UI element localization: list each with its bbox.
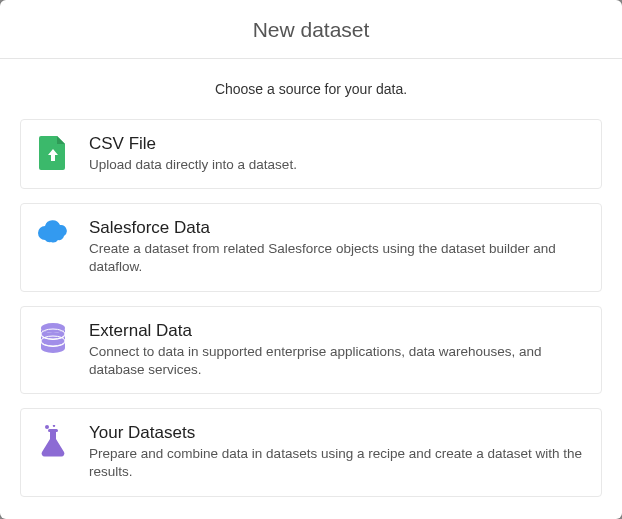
option-text: External Data Connect to data in support… xyxy=(89,321,585,379)
file-upload-icon xyxy=(35,134,71,170)
option-text: Salesforce Data Create a dataset from re… xyxy=(89,218,585,276)
svg-rect-3 xyxy=(48,429,58,432)
flask-icon xyxy=(35,423,71,457)
option-salesforce-data[interactable]: Salesforce Data Create a dataset from re… xyxy=(20,203,602,291)
option-desc: Upload data directly into a dataset. xyxy=(89,156,585,174)
option-title: Your Datasets xyxy=(89,423,585,443)
new-dataset-modal: New dataset Choose a source for your dat… xyxy=(0,0,622,519)
svg-point-4 xyxy=(45,425,49,429)
option-csv-file[interactable]: CSV File Upload data directly into a dat… xyxy=(20,119,602,189)
modal-body: Choose a source for your data. CSV File … xyxy=(0,59,622,519)
option-desc: Prepare and combine data in datasets usi… xyxy=(89,445,585,481)
modal-subtitle: Choose a source for your data. xyxy=(20,59,602,119)
option-desc: Connect to data in supported enterprise … xyxy=(89,343,585,379)
option-title: CSV File xyxy=(89,134,585,154)
option-desc: Create a dataset from related Salesforce… xyxy=(89,240,585,276)
cloud-icon xyxy=(35,218,71,244)
modal-header: New dataset xyxy=(0,0,622,59)
database-icon xyxy=(35,321,71,353)
svg-point-5 xyxy=(53,425,55,427)
modal-title: New dataset xyxy=(0,18,622,42)
option-text: CSV File Upload data directly into a dat… xyxy=(89,134,585,174)
svg-point-0 xyxy=(41,323,65,333)
option-title: Salesforce Data xyxy=(89,218,585,238)
option-title: External Data xyxy=(89,321,585,341)
option-external-data[interactable]: External Data Connect to data in support… xyxy=(20,306,602,394)
option-your-datasets[interactable]: Your Datasets Prepare and combine data i… xyxy=(20,408,602,496)
option-text: Your Datasets Prepare and combine data i… xyxy=(89,423,585,481)
